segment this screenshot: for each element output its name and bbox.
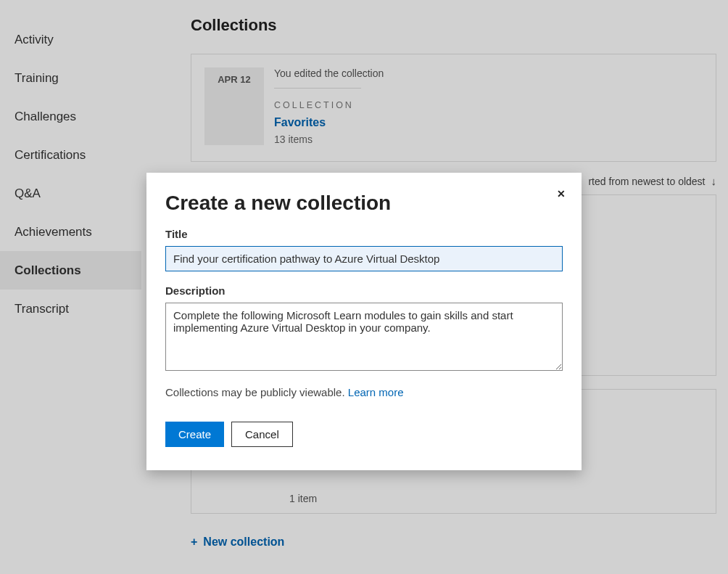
learn-more-link[interactable]: Learn more (348, 386, 404, 398)
title-field-label: Title (165, 228, 563, 240)
modal-button-row: Create Cancel (165, 422, 563, 447)
modal-title: Create a new collection (165, 192, 563, 215)
create-collection-modal: ✕ Create a new collection Title Descript… (146, 173, 582, 470)
description-field-label: Description (165, 284, 563, 297)
create-button[interactable]: Create (165, 422, 224, 447)
cancel-button[interactable]: Cancel (231, 422, 293, 447)
note-text: Collections may be publicly viewable. (165, 386, 348, 398)
close-button[interactable]: ✕ (554, 186, 568, 202)
description-textarea[interactable]: Complete the following Microsoft Learn m… (165, 303, 563, 371)
modal-overlay: ✕ Create a new collection Title Descript… (0, 0, 728, 574)
modal-note: Collections may be publicly viewable. Le… (165, 386, 563, 398)
title-input[interactable] (165, 246, 563, 271)
close-icon: ✕ (557, 188, 566, 200)
